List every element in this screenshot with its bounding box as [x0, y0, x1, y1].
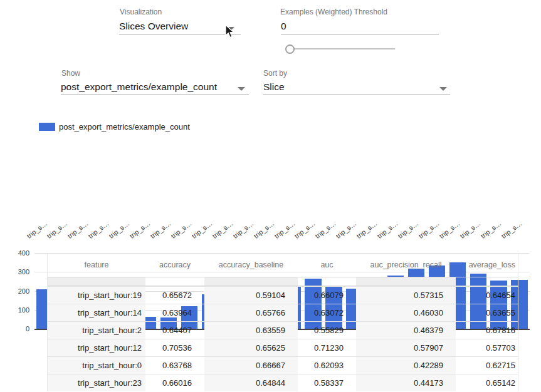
metric-cell: 0.66667 [204, 356, 298, 374]
metric-cell: 0.55829 [298, 321, 356, 339]
filter-cell [48, 277, 145, 286]
chevron-down-icon[interactable] [439, 87, 447, 91]
threshold-label: Examples (Weighted) Threshold [280, 8, 387, 16]
metric-cell: 0.63655 [456, 304, 518, 321]
table-row[interactable]: trip_start_hour:120.705360.656250.712300… [48, 339, 518, 356]
column-header-average_loss[interactable]: average_loss [456, 253, 518, 277]
metric-cell: 0.65672 [145, 286, 204, 304]
metric-cell: 0.66079 [298, 286, 356, 304]
table-row[interactable]: trip_start_hour:140.639640.657660.630720… [48, 304, 518, 321]
feature-cell: trip_start_hour:19 [48, 286, 145, 304]
slicing-metrics-view: Visualization Slices Overview Examples (… [0, 0, 541, 392]
metric-cell: 0.63072 [298, 304, 356, 321]
chart-x-axis: trip_s…trip_s…trip_s…trip_s…trip_s…trip_… [0, 116, 541, 247]
column-header-feature[interactable]: feature [48, 253, 145, 277]
metric-cell: 0.63559 [204, 321, 298, 339]
y-axis-tick-label: 200 [11, 287, 29, 295]
show-select[interactable]: post_export_metrics/example_count [61, 81, 217, 93]
feature-cell: trip_start_hour:14 [48, 304, 145, 321]
metric-cell: 0.57315 [356, 286, 456, 304]
visualization-label: Visualization [120, 8, 162, 16]
table-row[interactable]: trip_start_hour:20.644070.635590.558290.… [48, 321, 518, 339]
metric-cell: 0.42289 [356, 356, 456, 374]
y-axis-tick-label: 0 [11, 325, 29, 333]
y-axis-tick-label: 100 [11, 306, 29, 314]
visualization-underline [119, 34, 241, 34]
metrics-table: featureaccuracyaccuracy_baselineaucauc_p… [47, 253, 518, 391]
metric-cell: 0.64844 [204, 374, 298, 391]
metric-cell: 0.57703 [456, 339, 518, 356]
filter-cell [145, 277, 204, 286]
feature-cell: trip_start_hour:0 [48, 356, 145, 374]
metric-cell: 0.58337 [298, 374, 356, 391]
visualization-select[interactable]: Slices Overview [119, 21, 188, 32]
metric-cell: 0.64654 [456, 286, 518, 304]
threshold-slider-handle[interactable] [285, 44, 295, 54]
metric-cell: 0.65766 [204, 304, 298, 321]
column-header-accuracy_baseline[interactable]: accuracy_baseline [204, 253, 298, 277]
threshold-underline [281, 34, 439, 34]
table-filter-row [48, 277, 518, 286]
metric-cell: 0.65625 [204, 339, 298, 356]
sort-by-underline [263, 95, 450, 95]
table-header-row: featureaccuracyaccuracy_baselineaucauc_p… [48, 253, 518, 277]
feature-cell: trip_start_hour:12 [48, 339, 145, 356]
sort-by-label: Sort by [263, 69, 287, 78]
y-axis-tick-label: 300 [11, 268, 29, 276]
column-header-auc[interactable]: auc [298, 253, 356, 277]
chevron-down-icon[interactable] [238, 87, 245, 91]
threshold-input[interactable]: 0 [281, 21, 286, 32]
filter-cell [456, 277, 518, 286]
metric-cell: 0.65142 [456, 374, 518, 391]
feature-cell: trip_start_hour:23 [48, 374, 145, 391]
metric-cell: 0.71230 [298, 339, 356, 356]
metric-cell: 0.57907 [356, 339, 456, 356]
table-row[interactable]: trip_start_hour:230.660160.648440.583370… [48, 374, 518, 391]
metric-cell: 0.46030 [356, 304, 456, 321]
metric-cell: 0.62093 [298, 356, 356, 374]
example-count-bar-chart: 0100200300400 trip_s…trip_s…trip_s…trip_… [0, 116, 541, 247]
metric-cell: 0.59104 [204, 286, 298, 304]
metric-cell: 0.46379 [356, 321, 456, 339]
metric-cell: 0.62715 [456, 356, 518, 374]
feature-cell: trip_start_hour:2 [48, 321, 145, 339]
table-row[interactable]: trip_start_hour:190.656720.591040.660790… [48, 286, 518, 304]
show-underline [61, 95, 249, 95]
column-header-auc_precision_recall[interactable]: auc_precision_recall [356, 253, 456, 277]
metric-cell: 0.66016 [145, 374, 204, 391]
metric-cell: 0.64407 [145, 321, 204, 339]
column-header-accuracy[interactable]: accuracy [145, 253, 204, 277]
table-row[interactable]: trip_start_hour:00.637680.666670.620930.… [48, 356, 518, 374]
metric-cell: 0.44173 [356, 374, 456, 391]
show-label: Show [61, 69, 80, 78]
metric-cell: 0.63964 [145, 304, 204, 321]
mouse-cursor [225, 24, 236, 39]
sort-by-select[interactable]: Slice [263, 81, 285, 93]
metric-cell: 0.70536 [145, 339, 204, 356]
threshold-slider-track[interactable] [290, 48, 395, 49]
filter-cell [204, 277, 298, 286]
chart-y-axis: 0100200300400 [11, 253, 29, 334]
filter-cell [298, 277, 356, 286]
y-axis-tick-label: 400 [11, 249, 29, 257]
metric-cell: 0.67816 [456, 321, 518, 339]
metric-cell: 0.63768 [145, 356, 204, 374]
filter-cell [356, 277, 456, 286]
